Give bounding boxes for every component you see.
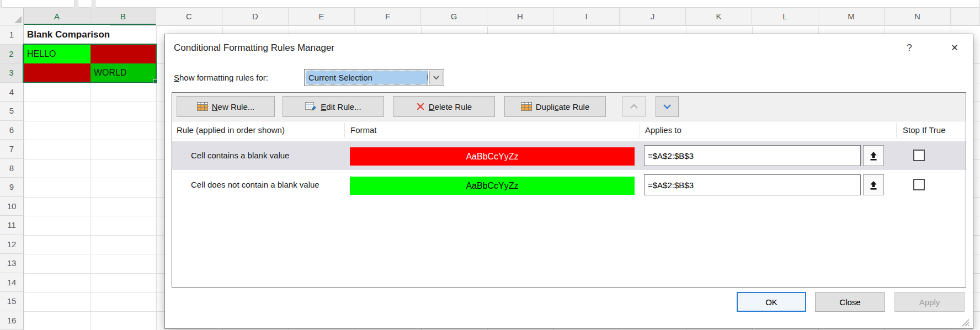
column-header-F[interactable]: F (355, 8, 421, 25)
collapse-dialog-arrow-icon (869, 180, 878, 190)
excel-window: ABCDEFGHIJKLMN 12345678910111213141516 B… (0, 0, 980, 330)
chevron-down-icon (663, 104, 672, 109)
header-stop-if-true: Stop If True (903, 121, 946, 139)
fx-button[interactable] (78, 0, 92, 8)
apply-button[interactable]: Apply (894, 292, 965, 312)
column-header-I[interactable]: I (553, 8, 620, 25)
row-header-15[interactable]: 15 (0, 292, 24, 311)
formula-input[interactable] (95, 0, 980, 8)
cell-A1[interactable]: Blank Comparison (24, 25, 110, 45)
select-all-triangle-icon (14, 16, 22, 23)
table-pencil-icon (305, 102, 317, 111)
scope-dropdown[interactable]: Current Selection (304, 69, 444, 86)
column-header-partial[interactable] (951, 8, 980, 25)
row-header-7[interactable]: 7 (0, 140, 24, 159)
collapse-dialog-arrow-icon (869, 151, 878, 161)
red-x-icon (416, 102, 425, 111)
column-headers: ABCDEFGHIJKLMN (0, 8, 980, 26)
column-header-B[interactable]: B (90, 8, 156, 25)
applies-to-input[interactable] (644, 174, 861, 195)
column-header-N[interactable]: N (885, 8, 951, 25)
dropdown-arrow-button[interactable] (429, 71, 443, 84)
stop-if-true-checkbox[interactable] (913, 150, 925, 161)
edit-rule-button[interactable]: Edit Rule... (283, 96, 384, 117)
column-header-M[interactable]: M (818, 8, 885, 25)
conditional-formatting-rules-manager-dialog: Conditional Formatting Rules Manager ? ✕… (164, 34, 973, 329)
row-header-16[interactable]: 16 (0, 311, 24, 330)
column-divider (896, 123, 897, 137)
column-divider (344, 123, 345, 137)
help-icon[interactable]: ? (901, 40, 918, 56)
collapse-dialog-button[interactable] (863, 174, 884, 195)
rule-description: Cell does not contain a blank value (191, 171, 319, 199)
row-header-11[interactable]: 11 (0, 216, 24, 235)
applies-to-input[interactable] (644, 145, 861, 166)
column-header-G[interactable]: G (421, 8, 487, 25)
header-format: Format (350, 121, 377, 139)
rules-toolbar: New Rule... Edit Rule... Delete Rul (172, 93, 966, 121)
resize-grip-icon[interactable] (961, 318, 970, 327)
fill-handle[interactable] (153, 79, 158, 84)
rule-description: Cell contains a blank value (191, 141, 289, 170)
row-header-13[interactable]: 13 (0, 254, 24, 273)
column-header-H[interactable]: H (487, 8, 553, 25)
stop-if-true-checkbox[interactable] (913, 179, 925, 190)
column-divider (640, 123, 640, 137)
rule-row[interactable]: Cell contains a blank value AaBbCcYyZz (172, 141, 966, 170)
chevron-up-icon (630, 104, 638, 109)
formula-bar-strip (0, 0, 980, 8)
rule-row[interactable]: Cell does not contain a blank value AaBb… (172, 171, 966, 199)
column-header-D[interactable]: D (222, 8, 289, 25)
row-header-14[interactable]: 14 (0, 273, 24, 292)
move-rule-up-button[interactable] (622, 96, 646, 117)
move-rule-down-button[interactable] (656, 96, 679, 117)
column-header-J[interactable]: J (620, 8, 686, 25)
scope-dropdown-value: Current Selection (306, 71, 428, 84)
column-header-K[interactable]: K (686, 8, 752, 25)
collapse-dialog-button[interactable] (863, 145, 884, 166)
row-header-10[interactable]: 10 (0, 197, 24, 216)
row-header-2[interactable]: 2 (0, 45, 24, 64)
delete-rule-button[interactable]: Delete Rule (393, 96, 495, 117)
header-rule: Rule (applied in order shown) (177, 121, 285, 139)
duplicate-rule-button[interactable]: Duplicate Rule (504, 96, 606, 117)
column-header-L[interactable]: L (752, 8, 818, 25)
column-header-A[interactable]: A (24, 8, 90, 25)
header-applies-to: Applies to (645, 121, 681, 139)
row-header-9[interactable]: 9 (0, 178, 24, 197)
row-header-8[interactable]: 8 (0, 159, 24, 178)
row-header-3[interactable]: 3 (0, 63, 24, 83)
rules-panel: New Rule... Edit Rule... Delete Rul (172, 92, 966, 288)
ok-button[interactable]: OK (737, 292, 806, 312)
show-rules-label: Show formatting rules for: (174, 69, 268, 86)
close-button[interactable]: Close (815, 292, 885, 312)
rule-format-preview: AaBbCcYyZz (350, 177, 635, 195)
cell-selection-border (23, 44, 157, 83)
column-header-C[interactable]: C (156, 8, 222, 25)
row-header-4[interactable]: 4 (0, 83, 24, 102)
table-grid-icon (197, 102, 208, 111)
column-header-E[interactable]: E (289, 8, 355, 25)
rule-format-preview: AaBbCcYyZz (350, 147, 635, 166)
name-box[interactable] (1, 0, 74, 8)
rules-table-header: Rule (applied in order shown) Format App… (172, 121, 966, 139)
dialog-title: Conditional Formatting Rules Manager (174, 34, 334, 62)
new-rule-button[interactable]: New Rule... (177, 96, 275, 117)
row-header-5[interactable]: 5 (0, 102, 24, 121)
close-icon[interactable]: ✕ (946, 40, 963, 56)
row-header-12[interactable]: 12 (0, 235, 24, 254)
select-all-corner[interactable] (0, 8, 24, 25)
row-header-6[interactable]: 6 (0, 121, 24, 140)
chevron-down-icon (433, 76, 439, 79)
table-grid-icon (521, 102, 532, 111)
row-header-1[interactable]: 1 (0, 25, 24, 45)
